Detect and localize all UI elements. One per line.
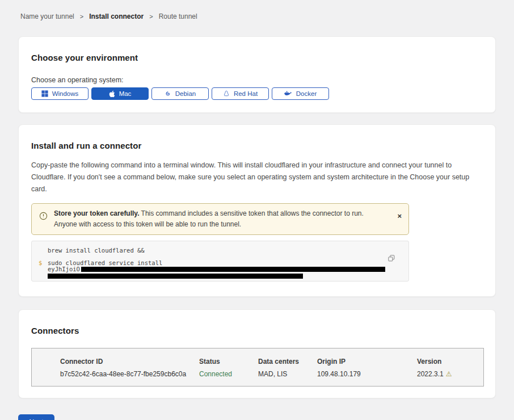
windows-icon [41,90,48,97]
os-button-group: Windows Mac Debian Red Hat [31,87,483,100]
token-warning-text: Store your token carefully. This command… [54,208,391,230]
docker-icon [284,91,292,96]
install-card: Install and run a connector Copy-paste t… [18,124,496,297]
breadcrumb-separator: > [80,13,83,20]
token-warning-banner: Store your token carefully. This command… [31,203,409,235]
alert-circle-icon [39,212,48,222]
code-gutter-spacer [39,247,48,254]
version-value: 2022.3.1⚠ [417,370,483,378]
connector-id-value: b7c52c42-6caa-48ee-8c77-fbe259cb6c0a [60,370,199,378]
column-header-data-centers: Data centers [258,358,317,366]
connectors-table-header: Connector ID Status Data centers Origin … [60,358,483,366]
origin-ip-value: 109.48.10.179 [317,370,417,378]
breadcrumb-install-connector[interactable]: Install connector [89,12,144,20]
os-select-label: Choose an operating system: [31,76,483,84]
token-redaction-bar [81,267,385,272]
token-prefix: eyJhIjoiO [48,266,80,272]
os-button-label: Windows [52,90,79,97]
redhat-icon [223,90,230,97]
connectors-table: Connector ID Status Data centers Origin … [31,348,484,387]
close-icon[interactable]: × [397,212,402,220]
debian-icon [165,90,171,97]
breadcrumb-separator: > [149,13,153,20]
status-badge: Connected [199,370,258,378]
copy-icon[interactable] [388,255,395,263]
breadcrumb-name-your-tunnel[interactable]: Name your tunnel [20,12,74,20]
os-button-windows[interactable]: Windows [31,87,89,100]
token-redaction-bar [48,274,303,279]
command-line-1: brew install cloudflared && [48,247,145,254]
token-warning-bold: Store your token carefully. [54,209,140,217]
shell-prompt: $ [39,259,48,280]
column-header-version: Version [417,358,483,366]
os-button-label: Docker [296,90,317,97]
install-command-block: brew install cloudflared && $ sudo cloud… [31,241,409,282]
warning-triangle-icon: ⚠ [446,370,452,378]
column-header-connector-id: Connector ID [60,358,199,366]
environment-card-title: Choose your environment [31,53,483,62]
os-button-redhat[interactable]: Red Hat [212,87,269,100]
breadcrumb: Name your tunnel > Install connector > R… [20,0,496,20]
data-centers-value: MAD, LIS [258,370,317,378]
apple-icon [109,90,115,98]
connectors-card: Connectors Connector ID Status Data cent… [18,309,496,398]
connectors-card-title: Connectors [31,326,483,335]
os-button-debian[interactable]: Debian [151,87,209,100]
column-header-origin-ip: Origin IP [317,358,417,366]
install-card-title: Install and run a connector [31,141,483,150]
install-description: Copy-paste the following command into a … [31,159,482,195]
token-line: eyJhIjoiO [48,266,385,272]
next-button[interactable]: Next [18,414,54,420]
connector-row: b7c52c42-6caa-48ee-8c77-fbe259cb6c0a Con… [60,370,483,378]
os-button-label: Red Hat [234,90,258,97]
os-button-docker[interactable]: Docker [272,87,329,100]
os-button-label: Mac [119,90,132,97]
environment-card: Choose your environment Choose an operat… [18,36,496,113]
version-number: 2022.3.1 [417,370,444,378]
os-button-label: Debian [175,90,196,97]
column-header-status: Status [199,358,258,366]
os-button-mac[interactable]: Mac [91,87,149,100]
breadcrumb-route-tunnel[interactable]: Route tunnel [159,12,197,20]
